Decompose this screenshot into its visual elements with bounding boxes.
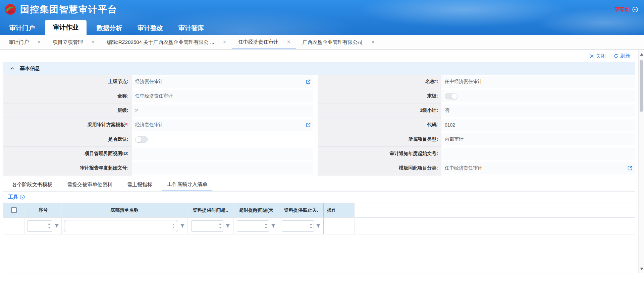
select-caret-icon[interactable]	[172, 224, 175, 228]
tab-label: 需上报指标	[127, 182, 152, 188]
top-zone: 国控集团智慧审计平台 李春红 审计门户 审计作业 数据分析 审计整改 审计智库	[0, 0, 644, 35]
th-worksheet-name[interactable]: 底稿清单名称	[62, 203, 187, 217]
doc-tab-audit-portal[interactable]: 审计门户 ×	[3, 35, 47, 49]
field-template-same-category[interactable]: 任中经济责任审计	[441, 161, 635, 175]
basic-info-header[interactable]: 基本信息	[3, 62, 635, 75]
tab-label: 需提交被审单位资料	[67, 182, 112, 188]
filter-icon[interactable]	[225, 224, 230, 228]
user-menu[interactable]: 李春红	[615, 6, 638, 13]
filter-icon[interactable]	[316, 224, 321, 228]
select-all-checkbox[interactable]	[11, 207, 17, 213]
tab-report-indicators[interactable]: 需上报指标	[122, 178, 157, 191]
field-value-text: 内部审计	[445, 136, 464, 142]
doc-tab-label: 审计门户	[9, 39, 29, 46]
nav-tab-audit-knowledge[interactable]: 审计智库	[173, 21, 209, 35]
scrollbar-thumb[interactable]	[640, 60, 643, 112]
spin-down-icon[interactable]	[265, 227, 267, 228]
th-operation[interactable]: 操作	[324, 203, 355, 217]
field-audit-report-start-no[interactable]	[132, 161, 313, 175]
field-audit-plan-template[interactable]: 经济责任审计	[132, 118, 313, 132]
nav-tab-audit-portal[interactable]: 审计门户	[4, 21, 40, 35]
filter-icon[interactable]	[54, 224, 59, 228]
nav-tab-label: 审计整改	[138, 24, 163, 32]
field-code[interactable]: 0102	[441, 118, 635, 132]
scroll-up-button[interactable]	[639, 51, 644, 57]
brand-logo-icon	[5, 4, 16, 15]
filter-time-input[interactable]	[192, 221, 223, 231]
field-level[interactable]: 2	[132, 103, 313, 118]
th-timeout-interval[interactable]: 超时提醒间隔(天	[234, 203, 279, 217]
doc-tab-guangxi-company[interactable]: 广西农垦企业管理有限公司 ×	[296, 35, 380, 49]
doc-tab-economic-responsibility-audit[interactable]: 任中经济责任审计 ×	[232, 35, 296, 49]
refresh-page-button[interactable]: 刷新	[614, 53, 630, 59]
filter-interval-input[interactable]	[237, 221, 269, 231]
spinner-arrows[interactable]	[48, 221, 51, 231]
user-chevron-down-icon[interactable]	[632, 7, 638, 12]
spin-up-icon[interactable]	[219, 223, 222, 225]
th-material-time[interactable]: 资料提供时间超..	[187, 203, 234, 217]
brand: 国控集团智慧审计平台	[5, 3, 117, 15]
nav-tab-audit-work[interactable]: 审计作业	[45, 20, 87, 35]
external-link-icon[interactable]	[306, 79, 311, 84]
scroll-down-button[interactable]	[639, 266, 644, 272]
form-gap	[313, 147, 318, 161]
main-nav: 审计门户 审计作业 数据分析 审计整改 审计智库	[0, 19, 644, 35]
close-tab-icon[interactable]: ×	[38, 40, 41, 45]
filter-icon[interactable]	[271, 224, 276, 228]
external-link-icon[interactable]	[306, 123, 311, 127]
spin-up-icon[interactable]	[265, 223, 267, 225]
close-tab-icon[interactable]: ×	[371, 40, 374, 45]
spin-down-icon[interactable]	[310, 227, 312, 228]
tab-stage-doc-templates[interactable]: 各个阶段文书模板	[7, 178, 57, 191]
triangle-down-icon	[640, 268, 643, 270]
user-name[interactable]: 李春红	[615, 6, 630, 13]
tab-worksheet-import-list[interactable]: 工作底稿导入清单	[162, 178, 212, 191]
close-tab-icon[interactable]: ×	[287, 39, 290, 45]
spinner-arrows[interactable]	[265, 221, 267, 231]
page-content: 关闭 刷新 基本信息 上级节点: 经济责	[0, 50, 638, 281]
is-default-toggle[interactable]	[135, 136, 148, 143]
table-header-row: 序号 底稿清单名称 资料提供时间超.. 超时提醒间隔(天 资料提供截止关. 操作	[3, 203, 635, 218]
filter-icon[interactable]	[180, 224, 185, 228]
field-label-audit-plan-template: 采用审计方案模板*:	[3, 118, 132, 132]
field-level1-subtotal[interactable]: 否	[441, 103, 635, 118]
close-page-button[interactable]: 关闭	[590, 53, 606, 59]
nav-tab-audit-rectification[interactable]: 审计整改	[132, 21, 168, 35]
toggle-knob	[451, 93, 457, 99]
tools-chevron-down-icon[interactable]	[20, 195, 25, 200]
spinner-arrows[interactable]	[310, 221, 312, 231]
close-tab-icon[interactable]: ×	[92, 40, 95, 45]
field-full-name[interactable]: 任中经济责任审计	[132, 89, 313, 103]
spin-down-icon[interactable]	[219, 227, 222, 228]
field-parent-node[interactable]: 经济责任审计	[132, 75, 313, 89]
doc-tab-label: 编辑:RZ202504 关于广西农垦企业管理有限公 ...	[107, 39, 214, 46]
last-level-toggle[interactable]	[445, 93, 458, 99]
doc-tab-project-approval[interactable]: 项目立项管理 ×	[47, 35, 101, 49]
field-label-is-default: 是否默认:	[3, 132, 132, 147]
field-value-text: 2	[135, 108, 138, 113]
spin-down-icon[interactable]	[48, 227, 51, 228]
filter-name-select[interactable]	[64, 220, 178, 232]
th-index[interactable]: 序号	[25, 203, 62, 217]
vertical-scrollbar[interactable]	[638, 50, 644, 273]
spin-up-icon[interactable]	[310, 223, 312, 225]
filter-deadline-input[interactable]	[282, 221, 314, 231]
spin-up-icon[interactable]	[48, 223, 51, 225]
filter-time-input-box	[191, 220, 223, 232]
external-link-icon[interactable]	[628, 166, 632, 170]
field-project-type[interactable]: 内部审计	[441, 132, 635, 147]
field-audit-notice-start-no[interactable]	[441, 147, 635, 161]
field-label-parent-node: 上级节点:	[3, 75, 132, 89]
doc-tab-edit-rz202504[interactable]: 编辑:RZ202504 关于广西农垦企业管理有限公 ... ×	[101, 35, 232, 49]
field-value-text: 否	[445, 108, 449, 114]
tools-menu-button[interactable]: 工具	[8, 194, 18, 200]
nav-tab-data-analysis[interactable]: 数据分析	[91, 21, 127, 35]
spinner-arrows[interactable]	[219, 221, 222, 231]
field-name[interactable]: 任中经济责任审计	[441, 75, 635, 89]
tab-audited-unit-materials[interactable]: 需提交被审单位资料	[62, 178, 117, 191]
field-pm-view-id[interactable]	[132, 147, 313, 161]
close-tab-icon[interactable]: ×	[223, 40, 226, 45]
th-material-deadline[interactable]: 资料提供截止关.	[279, 203, 324, 217]
field-label-audit-report-start-no: 审计报告年度起始文号:	[3, 161, 132, 175]
field-value-text: 任中经济责任审计	[445, 165, 482, 171]
